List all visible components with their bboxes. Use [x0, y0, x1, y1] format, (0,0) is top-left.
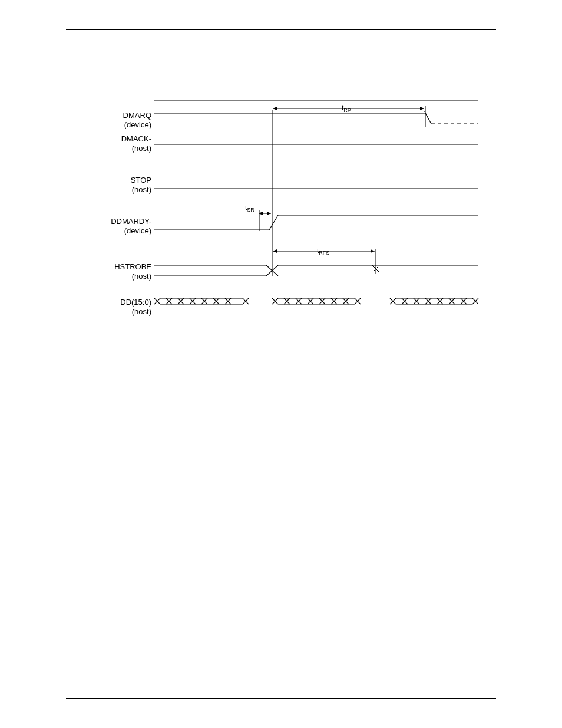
top-rule	[66, 29, 496, 30]
waveforms-svg	[95, 100, 478, 336]
page-content: DMARQ (device) DMACK- (host) STOP (host)…	[66, 29, 496, 699]
timing-diagram: DMARQ (device) DMACK- (host) STOP (host)…	[95, 100, 478, 336]
svg-line-4	[424, 111, 428, 117]
bottom-rule	[66, 698, 496, 699]
svg-line-8	[269, 215, 278, 230]
